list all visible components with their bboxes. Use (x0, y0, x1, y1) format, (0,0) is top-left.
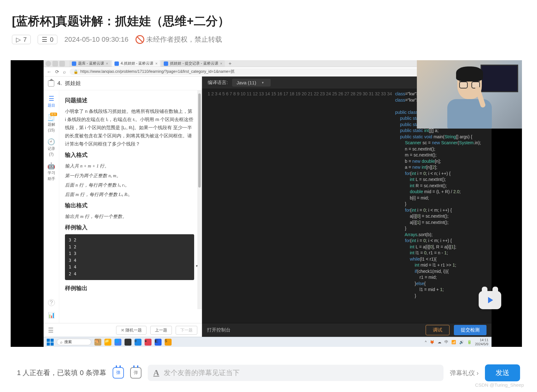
no-repost-notice: 未经作者授权，禁止转载 (136, 35, 222, 44)
video-frame[interactable]: 题库 - 蓝桥云课× 4.抓娃娃 - 蓝桥云课× 抓娃娃 - 提交记录 - 蓝桥… (11, 60, 522, 347)
explorer-icon[interactable]: 📁 (104, 339, 111, 346)
tab-label: 抓娃娃 - 提交记录 - 蓝桥云课 (170, 61, 218, 66)
danmaku-toggle-icon[interactable]: 弹 (113, 367, 124, 379)
prev-problem-button[interactable]: 上一题 (150, 326, 172, 335)
home-icon[interactable] (48, 80, 54, 87)
battery-icon[interactable]: 🔋 (467, 340, 472, 344)
danmaku-input[interactable]: A 发个友善的弹幕见证当下 (148, 365, 444, 381)
app2-icon[interactable]: ● (145, 339, 152, 346)
tab-label: 4.抓娃娃 - 蓝桥云课 (121, 61, 154, 66)
date-text: 2024/5/9 (475, 342, 488, 346)
clock[interactable]: 14:11 2024/5/9 (475, 338, 488, 346)
search-icon: ⌕ (60, 340, 62, 344)
heading-output: 输出格式 (65, 202, 194, 209)
help-icon[interactable]: ? (48, 299, 55, 306)
volume-icon[interactable]: 🔊 (459, 340, 464, 344)
new-tab-button[interactable]: + (226, 61, 234, 66)
close-icon[interactable]: × (106, 61, 108, 66)
tray-icon[interactable]: ☁ (438, 340, 441, 344)
favicon-icon (72, 61, 76, 66)
edge-icon[interactable]: 🌐 (114, 339, 121, 346)
chevron-up-icon[interactable]: ^ (425, 340, 427, 344)
lang-label: 编译语言: (208, 80, 228, 86)
browser-tab-0[interactable]: 题库 - 蓝桥云课× (69, 60, 111, 67)
taskbar-search[interactable]: ⌕搜索 (57, 339, 91, 345)
shuffle-icon: ⤮ (121, 328, 124, 332)
danmaku-send-button[interactable]: 发送 (485, 364, 520, 381)
crumb-name: 抓娃娃 (65, 80, 81, 87)
rail-label: 题目 (48, 103, 55, 108)
font-style-icon[interactable]: A (153, 368, 159, 378)
profile-icon[interactable] (45, 61, 51, 66)
rail-records[interactable]: 🕘记录(7) (47, 138, 55, 156)
heading-sample-input: 样例输入 (65, 224, 194, 231)
danmaku-placeholder: 发个友善的弹幕见证当下 (164, 368, 240, 378)
debug-button[interactable]: 调试 (426, 325, 449, 335)
problem-description: 小明拿了 n 条线段练习抓娃娃。他将所有线段铺在数轴上，第 i 条线段的左端点在… (65, 107, 194, 148)
tray-icon[interactable]: 🦊 (430, 340, 434, 344)
close-icon[interactable]: × (220, 61, 222, 66)
comments-count: 0 (50, 36, 53, 43)
input-line-1: 输入共 n + m + 1 行。 (65, 162, 194, 170)
heading-sample-output: 样例输出 (65, 284, 194, 292)
repost-text: 未经作者授权，禁止转载 (146, 35, 222, 44)
tab-label: 题库 - 蓝桥云课 (78, 61, 104, 66)
sidebar-icon[interactable] (59, 61, 65, 66)
close-icon[interactable]: × (155, 61, 157, 66)
time-text: 14:11 (475, 338, 488, 342)
comments-chip: ☰ 0 (38, 35, 57, 44)
bot-icon: 🤖 (47, 162, 55, 170)
line-gutter: 1 2 3 4 5 6 7 8 9 10 11 12 13 14 15 16 1… (202, 89, 395, 323)
danmaku-settings-icon[interactable]: 弹 (130, 367, 141, 379)
stats-icon[interactable]: 📊 (48, 312, 55, 319)
bottom-nav: ☰ ⤮随机一题 上一题 下一题 (44, 323, 202, 337)
heading-description: 问题描述 (65, 97, 194, 104)
rail-solutions[interactable]: 官方🧾题解(15) (47, 114, 55, 132)
clock-icon: 🕘 (47, 138, 55, 146)
url-text: https://www.lanqiao.cn/problems/17110/le… (80, 69, 235, 74)
back-icon[interactable]: ← (47, 69, 51, 74)
output-line-1: 输出共 m 行，每行一个整数。 (65, 212, 194, 220)
edge2-icon[interactable]: e (135, 339, 141, 346)
submit-button[interactable]: 提交检测 (454, 325, 486, 335)
terminal-icon[interactable]: ▣ (125, 339, 131, 346)
danmaku-status: 1 人正在看，已装填 0 条弹幕 (17, 368, 106, 378)
refresh-icon[interactable]: ⟳ (55, 69, 59, 75)
open-console-button[interactable]: 打开控制台 (207, 327, 231, 333)
wifi-icon[interactable]: 📶 (451, 340, 456, 344)
list-icon: ☰ (49, 95, 54, 102)
favicon-icon (114, 61, 119, 66)
next-problem-button[interactable]: 下一题 (176, 326, 197, 335)
rail-sub: (7) (49, 152, 54, 156)
ime-indicator[interactable]: 中 (444, 339, 448, 345)
browser-tab-2[interactable]: 抓娃娃 - 提交记录 - 蓝桥云课× (161, 60, 225, 67)
rail-problem[interactable]: ☰题目 (48, 95, 55, 108)
start-button[interactable] (47, 339, 54, 346)
presenter (444, 68, 495, 129)
favicon-icon (164, 61, 168, 66)
app-icon[interactable]: 🐴 (94, 339, 101, 346)
scrollbar-thumb[interactable] (198, 93, 201, 188)
search-icon[interactable]: ⌕ (63, 69, 66, 74)
views-count: 7 (23, 36, 27, 43)
problem-panel[interactable]: 问题描述 小明拿了 n 条线段练习抓娃娃。他将所有线段铺在数轴上，第 i 条线段… (59, 90, 202, 323)
sublime-icon[interactable]: S (165, 339, 172, 346)
rail-assistant[interactable]: 🤖学习助手 (47, 162, 55, 182)
bilibili-play-icon[interactable] (479, 291, 501, 309)
rail-label: 学习 (48, 170, 55, 176)
language-select[interactable]: Java (11) ▾ (232, 79, 271, 87)
app3-icon[interactable]: ◧ (155, 339, 162, 346)
list-icon: ☰ (42, 36, 47, 43)
action-bar: 打开控制台 调试 提交检测 (202, 323, 492, 337)
play-icon: ▷ (16, 36, 21, 43)
scrollbar[interactable] (197, 90, 202, 309)
publish-datetime: 2024-05-10 09:30:16 (64, 35, 128, 44)
random-problem-button[interactable]: ⤮随机一题 (116, 326, 146, 335)
list-icon[interactable]: ☰ (48, 326, 54, 334)
danmaku-rules-link[interactable]: 弹幕礼仪 › (450, 369, 479, 377)
browser-tab-1[interactable]: 4.抓娃娃 - 蓝桥云课× (112, 60, 160, 67)
ban-icon (136, 35, 144, 44)
hair (456, 66, 483, 81)
breadcrumb: 4. 抓娃娃 (44, 77, 202, 90)
workspace-icon[interactable] (52, 61, 58, 66)
